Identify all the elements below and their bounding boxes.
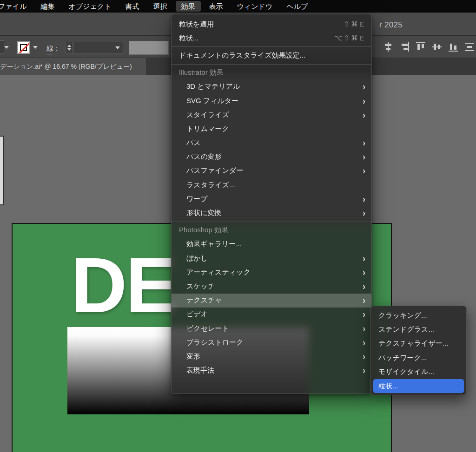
section-header-label: Illustrator 効果 xyxy=(179,68,224,77)
menu-item-pixelate[interactable]: ピクセレート › xyxy=(172,321,371,335)
menu-item-label: ぼかし xyxy=(186,254,208,263)
menu-item-label: 変形 xyxy=(186,352,200,361)
illustrator-window: DE r 2025 線 : xyxy=(0,0,476,452)
section-header-label: Photoshop 効果 xyxy=(179,226,228,235)
effect-menu: 粒状を適用 ⇧⌘E 粒状... ⌥⇧⌘E ドキュメントのラスタライズ効果設定..… xyxy=(171,14,372,394)
distribute-vertical-button[interactable] xyxy=(464,41,475,53)
menubar-item-effect[interactable]: 効果 xyxy=(176,1,201,12)
document-tab[interactable]: デーション.ai* @ 16.67 % (RGB/プレビュー) xyxy=(0,58,147,75)
submenu-item-grain[interactable]: 粒状... xyxy=(373,379,464,393)
submenu-arrow-icon: › xyxy=(363,296,365,305)
menubar-item-window[interactable]: ウィンドウ xyxy=(231,1,278,12)
menu-item-label: スタイライズ xyxy=(186,111,229,119)
menu-item-apply-grain[interactable]: 粒状を適用 ⇧⌘E xyxy=(172,17,371,31)
submenu-arrow-icon: › xyxy=(363,282,365,291)
menu-item-label: ワープ xyxy=(186,195,208,203)
submenu-item-label: パッチワーク... xyxy=(378,354,427,362)
align-horizontal-center-button[interactable] xyxy=(383,41,394,53)
submenu-item-label: テクスチャライザー... xyxy=(378,339,448,348)
fill-color-well[interactable] xyxy=(0,40,4,53)
submenu-arrow-icon: › xyxy=(363,166,365,176)
menu-item-blur[interactable]: ぼかし › xyxy=(172,251,371,265)
submenu-arrow-icon: › xyxy=(363,82,365,92)
submenu-arrow-icon: › xyxy=(363,338,365,347)
stepper-down-icon[interactable] xyxy=(67,48,71,51)
menu-item-label: パス xyxy=(186,138,201,147)
menu-item-label: 形状に変換 xyxy=(186,209,221,217)
menu-item-label: SVG フィルター xyxy=(186,97,238,105)
menu-item-3d-materials[interactable]: 3D とマテリアル › xyxy=(172,80,371,94)
menu-item-effect-gallery[interactable]: 効果ギャラリー... xyxy=(172,237,371,251)
submenu-item-label: クラッキング... xyxy=(378,311,427,320)
menu-item-pathfinder[interactable]: パスファインダー › xyxy=(172,164,371,178)
width-profile-button[interactable] xyxy=(129,41,169,55)
menu-item-stylize-ai[interactable]: スタイライズ › xyxy=(172,108,371,122)
menu-item-label: ブラシストローク xyxy=(186,338,243,347)
menu-item-label: アーティスティック xyxy=(186,268,251,277)
submenu-item-stained-glass[interactable]: ステンドグラス... xyxy=(373,322,464,336)
menu-item-grain[interactable]: 粒状... ⌥⇧⌘E xyxy=(172,31,371,45)
align-vertical-top-button[interactable] xyxy=(415,41,426,53)
menu-item-label: パスファインダー xyxy=(186,166,243,175)
menubar-item-edit[interactable]: 編集 xyxy=(35,1,60,12)
submenu-item-craquelure[interactable]: クラッキング... xyxy=(373,308,464,322)
align-buttons xyxy=(383,41,476,53)
stepper-up-icon[interactable] xyxy=(67,45,71,47)
menu-item-video[interactable]: ビデオ › xyxy=(172,308,371,321)
stroke-chevron-down-icon[interactable] xyxy=(33,46,38,49)
collapsed-panel-edge xyxy=(0,136,4,205)
menu-separator xyxy=(172,46,371,47)
window-title: r 2025 xyxy=(379,20,403,30)
stroke-weight-label[interactable]: 線 : xyxy=(46,44,57,54)
submenu-arrow-icon: › xyxy=(363,195,365,204)
align-vertical-bottom-button[interactable] xyxy=(448,41,459,53)
menu-item-brush-strokes[interactable]: ブラシストローク › xyxy=(172,335,371,349)
submenu-item-label: ステンドグラス... xyxy=(378,325,434,334)
submenu-arrow-icon: › xyxy=(363,152,365,162)
menu-item-svg-filters[interactable]: SVG フィルター › xyxy=(172,94,371,108)
stroke-weight-dropdown[interactable] xyxy=(73,42,123,53)
menu-item-document-raster-settings[interactable]: ドキュメントのラスタライズ効果設定... xyxy=(172,48,371,62)
menu-item-distort-transform[interactable]: パスの変形 › xyxy=(172,150,371,164)
texture-submenu: クラッキング... ステンドグラス... テクスチャライザー... パッチワーク… xyxy=(370,306,467,395)
submenu-arrow-icon: › xyxy=(363,324,365,333)
menu-item-label: 粒状... xyxy=(179,34,199,43)
menu-item-convert-to-shape[interactable]: 形状に変換 › xyxy=(172,206,371,220)
menu-item-label: ビデオ xyxy=(186,310,208,319)
menu-item-artistic[interactable]: アーティスティック › xyxy=(172,265,371,279)
menu-item-rasterize[interactable]: ラスタライズ... xyxy=(172,178,371,192)
menu-item-sketch[interactable]: スケッチ › xyxy=(172,279,371,293)
submenu-arrow-icon: › xyxy=(363,268,365,277)
submenu-arrow-icon: › xyxy=(363,110,365,119)
menu-item-texture[interactable]: テクスチャ › xyxy=(172,294,371,308)
menu-item-label: ドキュメントのラスタライズ効果設定... xyxy=(179,51,305,60)
submenu-arrow-icon: › xyxy=(363,310,365,319)
menubar-item-help[interactable]: ヘルプ xyxy=(281,1,313,12)
submenu-item-patchwork[interactable]: パッチワーク... xyxy=(373,351,464,365)
menu-item-stylize-ps[interactable]: 表現手法 › xyxy=(172,364,371,378)
menu-item-label: スケッチ xyxy=(186,282,215,291)
fill-chevron-down-icon[interactable] xyxy=(4,46,9,49)
menu-item-distort[interactable]: 変形 › xyxy=(172,349,371,363)
menu-item-path[interactable]: パス › xyxy=(172,136,371,150)
submenu-item-mosaic-tiles[interactable]: モザイクタイル... xyxy=(373,365,464,379)
menubar-item-select[interactable]: 選択 xyxy=(148,1,173,12)
submenu-arrow-icon: › xyxy=(363,366,365,375)
align-vertical-center-button[interactable] xyxy=(431,41,443,53)
menu-item-label: ラスタライズ... xyxy=(186,181,235,190)
menubar-item-object[interactable]: オブジェクト xyxy=(63,1,117,12)
menubar-item-file[interactable]: ファイル xyxy=(0,1,32,12)
stroke-weight-stepper[interactable] xyxy=(65,42,73,53)
menubar: ファイル 編集 オブジェクト 書式 選択 効果 表示 ウィンドウ ヘルプ xyxy=(0,0,476,13)
menubar-item-type[interactable]: 書式 xyxy=(120,1,145,12)
align-horizontal-right-button[interactable] xyxy=(399,41,410,53)
menu-separator xyxy=(172,64,371,65)
menu-item-trim-marks[interactable]: トリムマーク xyxy=(172,122,371,136)
stroke-none-swatch[interactable] xyxy=(17,41,30,54)
section-header-illustrator-effects: Illustrator 効果 xyxy=(172,66,371,80)
menu-item-label: 効果ギャラリー... xyxy=(186,240,242,249)
menubar-item-view[interactable]: 表示 xyxy=(204,1,229,12)
submenu-item-texturizer[interactable]: テクスチャライザー... xyxy=(373,337,464,351)
section-header-photoshop-effects: Photoshop 効果 xyxy=(172,223,371,237)
menu-item-warp[interactable]: ワープ › xyxy=(172,192,371,206)
